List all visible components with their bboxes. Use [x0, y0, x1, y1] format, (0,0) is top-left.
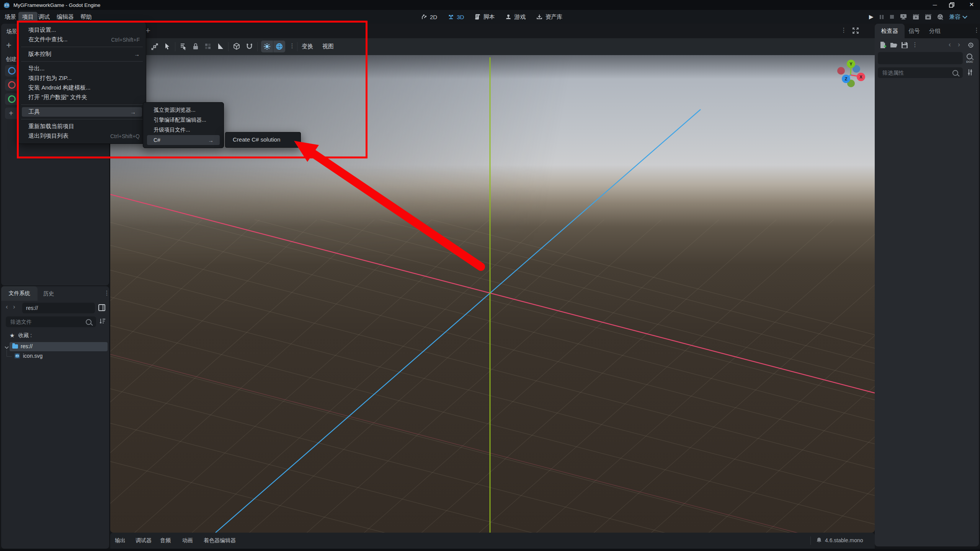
- output-tab[interactable]: 输出: [115, 537, 126, 544]
- split-view-icon[interactable]: [98, 304, 106, 311]
- path-field[interactable]: res://: [22, 303, 95, 313]
- tab-2d[interactable]: 2D: [421, 14, 437, 20]
- sort-files-icon[interactable]: [99, 318, 106, 324]
- history-tab[interactable]: 历史: [43, 290, 54, 297]
- resource-name-box[interactable]: [878, 52, 963, 64]
- script-icon: [475, 14, 480, 20]
- assetlib-icon: [536, 14, 542, 20]
- menu-editor[interactable]: 编辑器: [57, 13, 74, 21]
- x-axis-line: [110, 194, 875, 393]
- node2d-icon: [8, 67, 16, 75]
- chevron-down-icon: [962, 14, 967, 19]
- favorites-row: ★ 收藏 :: [10, 332, 32, 339]
- nav-forward-icon[interactable]: ›: [13, 303, 15, 311]
- root-folder-row[interactable]: res://: [10, 342, 108, 351]
- history-icon[interactable]: [967, 42, 974, 49]
- version-label[interactable]: 4.6.stable.mono: [825, 537, 863, 543]
- signals-tab[interactable]: 信号: [908, 28, 920, 35]
- menu-help[interactable]: 帮助: [80, 13, 92, 21]
- close-button[interactable]: ✕: [966, 1, 977, 8]
- load-resource-icon[interactable]: [890, 42, 898, 48]
- 3d-icon: [448, 14, 454, 20]
- shader-editor-tab[interactable]: 着色器编辑器: [204, 537, 236, 544]
- search-icon: [952, 70, 958, 76]
- context-switcher: 2D 3D 脚本 游戏 资产库: [421, 10, 562, 24]
- search-icon: [86, 319, 91, 325]
- annotation-rectangle: [17, 21, 368, 158]
- movie-maker-button[interactable]: [937, 14, 944, 20]
- play-current-scene-button[interactable]: [913, 14, 919, 20]
- godot-editor-window: MyGFrameworkGame - Godot Engine ─ ✕ 场景 项…: [0, 0, 980, 551]
- distraction-free-icon[interactable]: [852, 27, 859, 34]
- inspector-dock: 检查器 信号 分组 ⋮ ⋮ ‹ › DOC: [875, 24, 979, 546]
- file-filter-input[interactable]: [10, 318, 86, 325]
- minimize-button[interactable]: ─: [929, 2, 940, 8]
- tab-game[interactable]: 游戏: [505, 13, 526, 21]
- tree-line-h: [7, 356, 12, 357]
- z-axis-line: [216, 109, 701, 533]
- folder-icon: [12, 344, 18, 349]
- tab-script[interactable]: 脚本: [475, 13, 495, 21]
- play-custom-scene-button[interactable]: [925, 14, 931, 20]
- file-filter-box[interactable]: [6, 316, 96, 327]
- menu-scene[interactable]: 场景: [5, 13, 16, 21]
- play-scene-button[interactable]: [900, 14, 907, 20]
- dock-menu-icon[interactable]: ⋮: [973, 27, 980, 33]
- control-icon: [8, 95, 16, 103]
- folder-icon-tab: [12, 343, 15, 344]
- scene-tabs-menu-icon[interactable]: ⋮: [841, 27, 847, 33]
- svg-file-icon: [14, 353, 20, 359]
- inspector-tools-icon[interactable]: [967, 69, 973, 76]
- tab-assetlib[interactable]: 资产库: [536, 13, 562, 21]
- debugger-tab[interactable]: 调试器: [136, 537, 152, 544]
- gizmo-neg-x-ball: [837, 67, 845, 75]
- resource-extra-icon[interactable]: ⋮: [912, 42, 918, 48]
- filesystem-dock: 文件系统 历史 ⋮ ‹ › res:// ★ 收藏 : res://: [1, 286, 109, 549]
- stop-button[interactable]: [890, 15, 894, 19]
- godot-logo-icon: [3, 2, 10, 8]
- filesystem-tab[interactable]: 文件系统: [1, 286, 38, 301]
- groups-tab[interactable]: 分组: [929, 28, 941, 35]
- scene-dock-tab[interactable]: 场景: [7, 28, 17, 35]
- tree-line: [7, 350, 7, 356]
- menu-debug[interactable]: 调试: [38, 13, 50, 21]
- star-icon: ★: [10, 332, 15, 339]
- property-filter-box[interactable]: [878, 67, 963, 78]
- file-row[interactable]: icon.svg: [10, 352, 108, 360]
- bottom-bar: 输出 调试器 音频 动画 着色器编辑器 4.6.stable.mono: [110, 533, 875, 549]
- window-bottom-strip: [0, 549, 980, 551]
- svg-text:X: X: [859, 75, 862, 79]
- window-title: MyGFrameworkGame - Godot Engine: [13, 2, 100, 8]
- search-docs-icon[interactable]: DOC: [966, 54, 973, 64]
- play-button[interactable]: ▶: [869, 13, 874, 20]
- plus-icon: +: [9, 109, 13, 118]
- save-icon[interactable]: [901, 42, 908, 49]
- playback-controls: ▶ 兼容: [869, 10, 967, 24]
- nav-back-icon[interactable]: ‹: [6, 303, 8, 311]
- history-back-icon[interactable]: ‹: [949, 41, 951, 49]
- audio-tab[interactable]: 音频: [160, 537, 171, 544]
- version-separator: [810, 536, 811, 545]
- animation-tab[interactable]: 动画: [182, 537, 193, 544]
- node3d-icon: [8, 81, 16, 89]
- new-resource-icon[interactable]: [879, 41, 887, 49]
- svg-text:Y: Y: [849, 62, 853, 66]
- inspector-tab[interactable]: 检查器: [875, 24, 905, 38]
- game-icon: [505, 14, 511, 20]
- property-filter-input[interactable]: [882, 69, 952, 76]
- tree-expand-icon[interactable]: [5, 345, 8, 349]
- title-bar: MyGFrameworkGame - Godot Engine ─ ✕: [0, 0, 980, 10]
- notification-bell-icon[interactable]: [816, 537, 822, 543]
- inspector-panel: ⋮ ‹ › DOC: [875, 38, 979, 546]
- svg-text:Z: Z: [845, 77, 848, 81]
- history-forward-icon[interactable]: ›: [958, 41, 960, 49]
- renderer-selector[interactable]: 兼容: [949, 13, 967, 21]
- pause-button[interactable]: [879, 15, 884, 20]
- add-node-icon[interactable]: +: [6, 40, 11, 51]
- filesystem-menu-icon[interactable]: ⋮: [104, 290, 110, 296]
- axis-gizmo[interactable]: Y X Z: [831, 56, 870, 94]
- tab-3d[interactable]: 3D: [448, 14, 464, 20]
- restore-button[interactable]: [949, 2, 955, 8]
- 2d-icon: [421, 14, 427, 20]
- create-root-label: 创建: [6, 56, 16, 63]
